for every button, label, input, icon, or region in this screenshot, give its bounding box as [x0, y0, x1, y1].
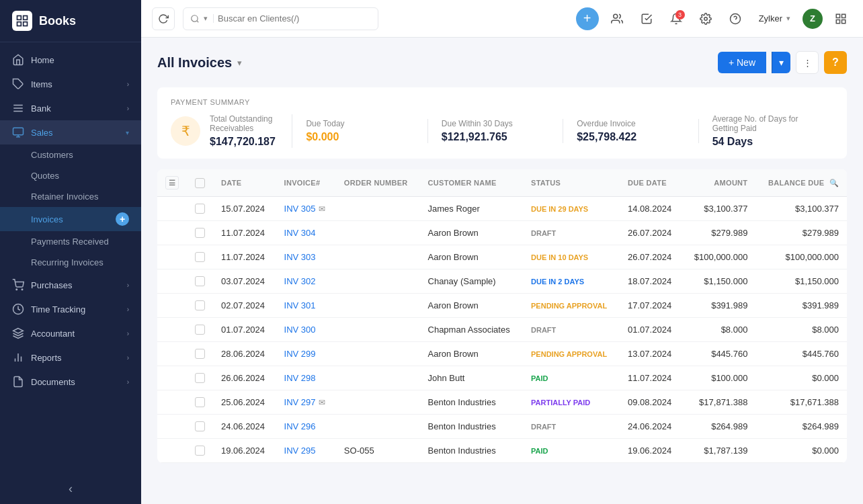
sidebar-item-accountant[interactable]: Accountant ›: [0, 321, 141, 345]
purchases-arrow-icon: ›: [127, 282, 129, 289]
tasks-button[interactable]: [635, 7, 658, 30]
invoice-link[interactable]: INV 304: [284, 228, 328, 238]
title-dropdown-icon[interactable]: ▾: [237, 58, 242, 68]
svg-point-8: [22, 289, 23, 290]
row-checkbox[interactable]: [187, 245, 213, 269]
search-dropdown[interactable]: ▾: [204, 14, 214, 23]
row-checkbox[interactable]: [187, 197, 213, 221]
th-col-icon[interactable]: ☰: [157, 169, 187, 197]
row-balance: $264.989: [755, 415, 847, 439]
invoice-link[interactable]: INV 296: [284, 421, 328, 431]
sidebar-subitem-recurring[interactable]: Recurring Invoices: [0, 252, 141, 273]
sidebar-subitem-retainer[interactable]: Retainer Invoices: [0, 186, 141, 207]
row-select-checkbox[interactable]: [195, 228, 205, 238]
sidebar-item-timetracking[interactable]: Time Tracking ›: [0, 297, 141, 321]
row-select-checkbox[interactable]: [195, 276, 205, 286]
row-checkbox[interactable]: [187, 390, 213, 415]
add-button[interactable]: +: [576, 7, 599, 30]
topbar: ▾ + 3 Zylker ▾: [141, 0, 863, 38]
sidebar-subitem-invoices[interactable]: Invoices +: [0, 207, 141, 231]
invoices-table: ☰ DATE INVOICE# ORDER NUMBER CUSTOMER NA…: [157, 169, 847, 463]
sidebar-item-reports[interactable]: Reports ›: [0, 345, 141, 370]
row-invoice: INV 297 ✉: [276, 390, 336, 415]
search-input[interactable]: [218, 13, 371, 24]
invoice-link[interactable]: INV 300: [284, 325, 328, 335]
sidebar-collapse-button[interactable]: ‹: [0, 474, 141, 504]
sidebar-item-purchases[interactable]: Purchases ›: [0, 273, 141, 297]
new-button[interactable]: + New: [718, 52, 766, 73]
row-select-checkbox[interactable]: [195, 252, 205, 262]
user-menu[interactable]: Zylker ▾: [753, 11, 796, 26]
avg-days-label: Average No. of Days for Getting Paid: [712, 114, 820, 133]
row-icon-col: [157, 221, 187, 245]
accountant-icon: [12, 327, 24, 339]
sidebar-item-sales[interactable]: Sales ▾: [0, 120, 141, 144]
invoice-link[interactable]: INV 302: [284, 276, 328, 286]
summary-card-due-today: Due Today $0.000: [292, 119, 427, 143]
table-row: 26.06.2024 INV 298 John Butt PAID 11.07.…: [157, 366, 847, 390]
new-dropdown-button[interactable]: ▾: [772, 52, 790, 73]
row-checkbox[interactable]: [187, 318, 213, 342]
invoice-link[interactable]: INV 299: [284, 349, 328, 359]
table-row: 15.07.2024 INV 305 ✉ James Roger DUE IN …: [157, 197, 847, 221]
sidebar-item-bank[interactable]: Bank ›: [0, 96, 141, 120]
row-checkbox[interactable]: [187, 269, 213, 294]
row-select-checkbox[interactable]: [195, 300, 205, 310]
row-amount: $100.000: [683, 366, 756, 390]
row-invoice: INV 303: [276, 245, 336, 269]
row-status: DUE IN 29 DAYS: [523, 197, 620, 221]
sidebar-subitem-quotes[interactable]: Quotes: [0, 165, 141, 186]
row-checkbox[interactable]: [187, 415, 213, 439]
row-select-checkbox[interactable]: [195, 325, 205, 335]
row-balance: $8.000: [755, 318, 847, 342]
row-checkbox[interactable]: [187, 294, 213, 318]
invoice-link[interactable]: INV 298: [284, 373, 328, 383]
column-settings-icon[interactable]: ☰: [165, 176, 179, 190]
row-icon-col: [157, 245, 187, 269]
sidebar-logo[interactable]: Books: [0, 0, 141, 42]
settings-button[interactable]: [694, 7, 717, 30]
search-bar[interactable]: ▾: [183, 7, 378, 30]
more-options-button[interactable]: ⋮: [796, 51, 819, 74]
row-amount: $3,100.377: [683, 197, 756, 221]
invoice-link[interactable]: INV 305 ✉: [284, 204, 328, 214]
row-checkbox[interactable]: [187, 342, 213, 366]
row-select-checkbox[interactable]: [195, 349, 205, 359]
sidebar-item-items[interactable]: Items ›: [0, 72, 141, 96]
th-select-all[interactable]: [187, 169, 213, 197]
notifications-button[interactable]: 3: [665, 7, 688, 30]
row-select-checkbox[interactable]: [195, 397, 205, 407]
payment-summary-label: Payment Summary: [171, 98, 833, 106]
sidebar-item-purchases-label: Purchases: [31, 280, 72, 290]
select-all-checkbox[interactable]: [195, 178, 205, 188]
invoice-link[interactable]: INV 297 ✉: [284, 397, 328, 407]
row-balance: $391.989: [755, 294, 847, 318]
row-checkbox[interactable]: [187, 221, 213, 245]
row-select-checkbox[interactable]: [195, 446, 205, 456]
app-grid-button[interactable]: [829, 7, 852, 30]
row-status: DRAFT: [523, 318, 620, 342]
row-checkbox[interactable]: [187, 366, 213, 390]
sidebar-item-home[interactable]: Home: [0, 48, 141, 72]
invoice-link[interactable]: INV 303: [284, 252, 328, 262]
row-select-checkbox[interactable]: [195, 204, 205, 214]
sidebar-subitem-customers[interactable]: Customers: [0, 144, 141, 165]
invoice-link[interactable]: INV 295: [284, 446, 328, 456]
due-today-label: Due Today: [306, 119, 413, 128]
help-question-button[interactable]: ?: [824, 51, 847, 74]
row-select-checkbox[interactable]: [195, 421, 205, 431]
row-amount: $1,150.000: [683, 269, 756, 294]
user-avatar[interactable]: Z: [803, 9, 823, 29]
items-arrow-icon: ›: [127, 81, 129, 88]
refresh-button[interactable]: [152, 7, 175, 30]
row-select-checkbox[interactable]: [195, 373, 205, 383]
row-checkbox[interactable]: [187, 439, 213, 463]
invoice-link[interactable]: INV 301: [284, 300, 328, 310]
contacts-button[interactable]: [606, 7, 628, 30]
sidebar-subitem-payments[interactable]: Payments Received: [0, 231, 141, 252]
sidebar-item-documents[interactable]: Documents ›: [0, 370, 141, 394]
help-button[interactable]: [724, 7, 747, 30]
row-status: PAID: [523, 366, 620, 390]
balance-search-icon[interactable]: 🔍: [829, 179, 839, 187]
items-icon: [12, 78, 24, 90]
